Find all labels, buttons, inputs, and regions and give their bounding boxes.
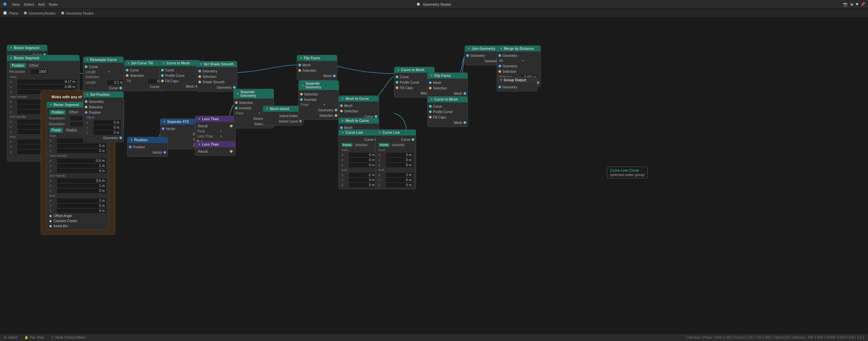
node-flip-faces-2[interactable]: ▼ Flip Faces Mesh Selection Mesh <box>427 72 468 98</box>
breadcrumb-scene[interactable]: 🔲 Plane <box>3 11 18 15</box>
node-curve-to-mesh-3[interactable]: ▼ Curve to Mesh Curve Profile Curve Fill… <box>427 96 468 127</box>
resample-length: Length ▼ <box>83 69 123 74</box>
collapse-small[interactable]: ▼ <box>50 103 52 106</box>
node-mesh-to-curve-1[interactable]: ▼ Mesh to Curve Mesh Selection Curve <box>338 95 379 121</box>
node-set-shade-smooth[interactable]: ▼ Set Shade Smooth Geometry Selection Sh… <box>197 61 237 92</box>
s-ctm2-fill <box>396 86 398 89</box>
node-canvas[interactable]: ▼ Bezier Segment Curve ▼ Bezier Segment … <box>0 18 868 333</box>
s-sh-x[interactable]: -0.6 m <box>57 158 106 163</box>
node-mesh-island[interactable]: ▼ Mesh Island Island Index Island Count <box>263 106 303 126</box>
cl1-points-tab[interactable]: Points <box>341 143 353 147</box>
render-icon[interactable]: 📷 <box>843 2 848 6</box>
cl2-sz[interactable]: 0 m <box>386 163 413 167</box>
node-group-output[interactable]: ▼ Group Output Geometry <box>497 77 537 91</box>
curve-line-label-2: (selected nodes group) <box>610 173 645 177</box>
ctm1-curve: Curve <box>160 67 200 73</box>
menu-add[interactable]: Add <box>38 2 45 6</box>
breadcrumb: 🔲 Plane › ⬟ GeometryNodes › ⬟ Geometry N… <box>0 9 868 18</box>
node-curve-line-2[interactable]: ▼ Curve Line Curve Points Direction Star… <box>375 129 416 189</box>
s-sh-z[interactable]: 0 m <box>57 169 106 173</box>
cl1-ey[interactable]: 0 m <box>349 178 376 182</box>
breadcrumb-nodetree[interactable]: ⬟ GeometryNodes <box>24 11 56 15</box>
menu-view[interactable]: View <box>12 2 20 6</box>
breadcrumb-editor[interactable]: ⬟ Geometry Nodes <box>61 11 94 15</box>
menu-node[interactable]: Node <box>49 2 58 6</box>
node-less-than-2[interactable]: ▼ Less Than Result <box>195 141 236 156</box>
node-set-curve-tilt[interactable]: ▼ Set Curve Tilt Curve Selection Tilt 18… <box>124 60 165 91</box>
connect-dot <box>50 220 52 222</box>
cl1-sy[interactable]: 0 m <box>349 158 376 162</box>
s-eh-z[interactable]: 0 m <box>57 189 106 193</box>
node-curve-to-mesh-1[interactable]: ▼ Curve to Mesh Curve Profile Curve Fill… <box>159 60 200 91</box>
s-rc-in <box>85 65 87 68</box>
pin-icon[interactable]: 📌 <box>861 2 865 6</box>
cl1-sx[interactable]: 0 m <box>349 153 376 157</box>
cl2-direction-tab[interactable]: Direction <box>391 143 406 147</box>
s-ctm3-profile <box>429 110 432 113</box>
tab-offset-small[interactable]: Offset <box>67 110 80 115</box>
cl2-sx[interactable]: 0 m <box>386 153 413 157</box>
start-x-val[interactable]: -9.17 m <box>17 80 77 84</box>
cl1-sz[interactable]: 0 m <box>349 163 376 167</box>
cl1-ez[interactable]: 0 m <box>349 183 376 187</box>
offset-y[interactable]: 0 m <box>94 125 121 130</box>
s-ctm3-curve <box>429 105 432 108</box>
s-eh-y[interactable]: 1 m <box>57 184 106 188</box>
s-start-y[interactable]: 0 m <box>57 144 106 148</box>
nodetree-label: GeometryNodes <box>28 11 56 15</box>
node-curve-line-1[interactable]: ▼ Curve Line Curve Points Direction Star… <box>338 129 379 189</box>
menu-select[interactable]: Select <box>24 2 34 6</box>
ctm3-curve: Curve <box>428 104 468 109</box>
node-position[interactable]: ▼ Position Position Vector <box>127 137 168 157</box>
collapse-icon[interactable]: ▼ <box>10 46 13 49</box>
offset-angle-label: Offset Angle <box>54 214 72 218</box>
tab-points[interactable]: Points <box>50 128 63 133</box>
position-title: Position <box>134 138 147 142</box>
cl2-sy[interactable]: 0 m <box>386 158 413 162</box>
offset-x[interactable]: 0 m <box>94 120 121 125</box>
s-flip2-sel <box>429 87 432 89</box>
node-separate-geo-1[interactable]: ▼ Separate Geometry Selection Inverted P… <box>298 80 339 120</box>
node-body-flip2: Mesh Selection Mesh <box>428 79 468 98</box>
tilt-title: Set Curve Tilt <box>131 61 153 65</box>
start-y-val[interactable]: -5.96 m <box>17 85 77 89</box>
node-set-position[interactable]: ▼ Set Position Geometry Selection Positi… <box>83 91 124 142</box>
s-end-y[interactable]: 0 m <box>57 204 106 208</box>
s-sepgeo2-sel <box>235 101 238 104</box>
status-stats: Collection | Plane | Verts:1,482 | Faces… <box>686 336 865 339</box>
s-sh-y[interactable]: 1 m <box>57 164 106 168</box>
s-eh-x[interactable]: 0.6 m <box>57 178 106 183</box>
node-body-ctm1: Curve Profile Curve Fill Caps Mesh <box>160 66 200 90</box>
cl1-ex[interactable]: -2 m <box>349 173 376 177</box>
s-setpos-pos <box>85 111 87 114</box>
offset-z[interactable]: 0 m <box>94 130 121 135</box>
node-resample-curve[interactable]: ▼ Resample Curve Curve Length ▼ Selectio… <box>83 57 124 92</box>
resample-length-val: Length 0.1 m <box>83 80 123 85</box>
start-handle-s-label: Start Handle: <box>47 153 109 158</box>
node-header-ctm1: ▼ Curve to Mesh <box>160 60 200 66</box>
s-end-z[interactable]: 0 m <box>57 209 106 213</box>
s-end-x[interactable]: 2 m <box>57 198 106 203</box>
cl2-ez[interactable]: 0 m <box>386 183 413 187</box>
collapse-icon2[interactable]: ▼ <box>10 57 13 60</box>
shade-sel: Selection <box>197 74 237 79</box>
tab-position[interactable]: Position <box>10 63 26 68</box>
resolution-value[interactable]: 1000 <box>31 69 48 74</box>
cl2-title: Curve Line <box>382 131 400 134</box>
curve-line-labels: Curve Line Curve (selected nodes group) <box>610 168 645 177</box>
node-body-cl1: Curve Points Direction Start: X 0 m Y 0 … <box>339 135 379 189</box>
cl2-ey[interactable]: 0 m <box>386 178 413 182</box>
cl1-direction-tab[interactable]: Direction <box>354 143 369 147</box>
display-icon[interactable]: 🖥 <box>850 2 853 6</box>
tab-offset[interactable]: Offset <box>27 63 41 68</box>
close-icon[interactable]: ✖ <box>855 2 859 6</box>
tab-radius[interactable]: Radius <box>64 128 79 133</box>
length-value[interactable]: 0.1 m <box>107 80 124 85</box>
node-flip-faces-1[interactable]: ▼ Flip Faces Mesh Selection Mesh <box>297 55 337 80</box>
s-start-z[interactable]: 0 m <box>57 149 106 153</box>
s-sepgeo2-inv <box>235 107 238 109</box>
cl2-ex[interactable]: 2 m <box>386 173 413 177</box>
s-ctm3-fill <box>429 116 432 119</box>
cl2-points-tab[interactable]: Points <box>378 143 390 147</box>
tab-position-small[interactable]: Position <box>50 110 66 115</box>
